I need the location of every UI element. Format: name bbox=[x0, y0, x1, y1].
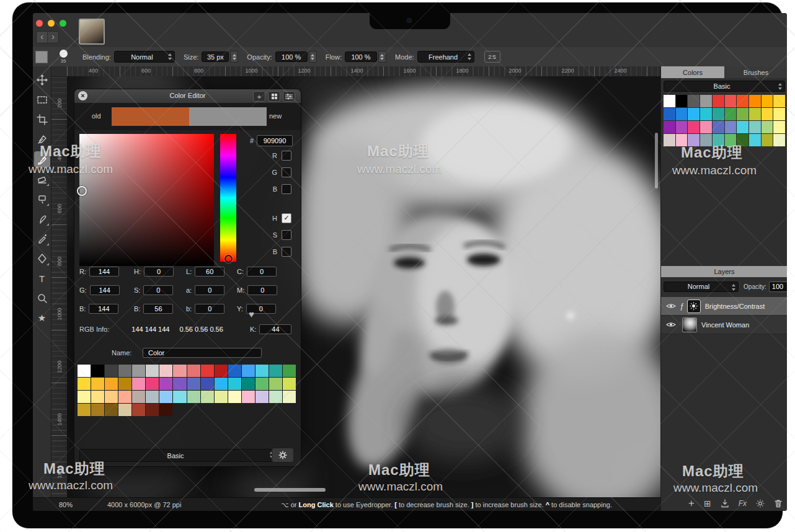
palette-swatch[interactable] bbox=[700, 134, 712, 146]
palette-swatch[interactable] bbox=[725, 134, 737, 146]
palette-swatch[interactable] bbox=[187, 391, 200, 403]
palette-swatch[interactable] bbox=[749, 121, 761, 133]
palette-swatch[interactable] bbox=[700, 108, 712, 120]
airbrush-tool[interactable] bbox=[34, 231, 50, 247]
palette-swatch[interactable] bbox=[773, 108, 785, 120]
add-group-button[interactable]: ⊞ bbox=[704, 499, 711, 508]
color-name-input[interactable]: Color bbox=[143, 348, 262, 358]
value-field-input[interactable]: 56 bbox=[143, 304, 173, 314]
palette-swatch[interactable] bbox=[664, 121, 675, 133]
add-layer-button[interactable]: + bbox=[688, 497, 695, 510]
value-field-input[interactable]: 0 bbox=[195, 304, 224, 314]
sv-cursor[interactable] bbox=[77, 186, 87, 196]
channel-checkbox[interactable] bbox=[282, 167, 291, 177]
stabilizer-icon[interactable]: 2:5 bbox=[484, 51, 500, 63]
saturation-brightness-picker[interactable] bbox=[79, 134, 214, 266]
palette-swatch[interactable] bbox=[132, 365, 145, 377]
color-editor-header[interactable]: × Color Editor + bbox=[74, 89, 301, 104]
palette-swatch[interactable] bbox=[255, 378, 269, 390]
mode-dropdown[interactable]: Freehand bbox=[417, 51, 474, 63]
palette-swatch[interactable] bbox=[91, 365, 104, 377]
palette-swatch[interactable] bbox=[664, 95, 675, 107]
palette-swatch[interactable] bbox=[91, 378, 104, 390]
palette-swatch[interactable] bbox=[242, 391, 255, 403]
eyedropper-tool[interactable] bbox=[34, 131, 50, 148]
flow-field[interactable]: 100 % bbox=[345, 51, 377, 62]
back-button[interactable]: ‹ bbox=[37, 32, 47, 43]
value-field-input[interactable]: 0 bbox=[247, 267, 277, 277]
palette-swatch[interactable] bbox=[118, 391, 131, 403]
grid-view-button[interactable] bbox=[268, 91, 280, 102]
palette-swatch[interactable] bbox=[78, 378, 91, 390]
palette-swatch[interactable] bbox=[91, 404, 104, 416]
palette-swatch[interactable] bbox=[78, 391, 91, 403]
favorite-color-heart-icon[interactable]: ♥ bbox=[249, 309, 254, 319]
palette-swatch[interactable] bbox=[773, 134, 785, 146]
palette-swatch[interactable] bbox=[215, 365, 228, 377]
channel-checkbox[interactable] bbox=[282, 247, 291, 257]
palette-swatch[interactable] bbox=[215, 378, 228, 390]
value-field-input[interactable]: 0 bbox=[247, 285, 277, 295]
vertical-scrollbar[interactable] bbox=[655, 133, 658, 188]
palette-swatch[interactable] bbox=[201, 365, 214, 377]
value-field-input[interactable]: 0 bbox=[143, 285, 173, 295]
layer-visibility-icon[interactable] bbox=[666, 303, 676, 309]
add-color-button[interactable]: + bbox=[253, 91, 265, 102]
size-stepper[interactable] bbox=[230, 51, 238, 63]
value-field-input[interactable]: 0 bbox=[144, 267, 174, 277]
close-window-button[interactable] bbox=[36, 20, 43, 27]
palette-swatch[interactable] bbox=[700, 95, 712, 107]
adjustments-button[interactable] bbox=[756, 499, 765, 508]
palette-swatch[interactable] bbox=[676, 134, 688, 146]
palette-swatch[interactable] bbox=[700, 121, 712, 133]
hue-cursor[interactable] bbox=[224, 255, 233, 263]
hex-input[interactable]: 909090 bbox=[257, 135, 293, 146]
palette-swatch[interactable] bbox=[215, 391, 228, 403]
palette-swatch[interactable] bbox=[688, 121, 700, 133]
palette-swatch[interactable] bbox=[269, 378, 282, 390]
colors-preset-dropdown[interactable]: Basic bbox=[664, 81, 785, 92]
flow-stepper[interactable] bbox=[378, 51, 386, 63]
channel-checkbox[interactable] bbox=[282, 230, 291, 240]
palette-settings-button[interactable] bbox=[272, 448, 294, 463]
palette-swatch[interactable] bbox=[105, 391, 118, 403]
palette-swatch[interactable] bbox=[737, 121, 748, 133]
palette-swatch[interactable] bbox=[762, 95, 773, 107]
palette-swatch[interactable] bbox=[725, 95, 737, 107]
palette-swatch[interactable] bbox=[713, 95, 724, 107]
minimize-window-button[interactable] bbox=[48, 20, 55, 27]
layer-row-image[interactable]: Vincent Woman bbox=[661, 316, 787, 334]
palette-swatch[interactable] bbox=[105, 404, 118, 416]
layer-visibility-icon[interactable] bbox=[666, 321, 676, 328]
fill-tool[interactable] bbox=[34, 250, 50, 267]
palette-swatch[interactable] bbox=[725, 121, 737, 133]
document-thumbnail-button[interactable] bbox=[79, 19, 105, 45]
favorites-tool[interactable]: ★ bbox=[34, 310, 50, 326]
palette-swatch[interactable] bbox=[187, 365, 200, 377]
layer-blend-dropdown[interactable]: Normal bbox=[664, 282, 739, 292]
value-field-input[interactable]: 144 bbox=[90, 285, 120, 295]
palette-swatch[interactable] bbox=[228, 378, 241, 390]
zoom-window-button[interactable] bbox=[60, 20, 66, 27]
paintbrush-tool[interactable] bbox=[34, 151, 50, 167]
palette-swatch[interactable] bbox=[132, 404, 145, 416]
forward-button[interactable]: › bbox=[47, 32, 58, 43]
text-tool[interactable]: T bbox=[34, 270, 50, 286]
palette-swatch[interactable] bbox=[737, 108, 748, 120]
palette-swatch[interactable] bbox=[269, 391, 282, 403]
wet-eraser-tool[interactable] bbox=[34, 191, 50, 207]
size-field[interactable]: 35 px bbox=[202, 51, 229, 62]
palette-swatch[interactable] bbox=[762, 134, 773, 146]
palette-swatch[interactable] bbox=[173, 391, 186, 403]
palette-swatch[interactable] bbox=[105, 378, 118, 390]
palette-swatch[interactable] bbox=[146, 404, 159, 416]
palette-swatch[interactable] bbox=[269, 365, 282, 377]
layer-opacity-field[interactable]: 100 bbox=[769, 282, 787, 292]
palette-swatch[interactable] bbox=[713, 134, 724, 146]
palette-swatch[interactable] bbox=[78, 365, 91, 377]
palette-swatch[interactable] bbox=[132, 391, 145, 403]
palette-swatch[interactable] bbox=[242, 378, 255, 390]
channel-checkbox[interactable] bbox=[282, 184, 291, 194]
palette-swatch[interactable] bbox=[688, 134, 700, 146]
opacity-field[interactable]: 100 % bbox=[275, 51, 308, 62]
